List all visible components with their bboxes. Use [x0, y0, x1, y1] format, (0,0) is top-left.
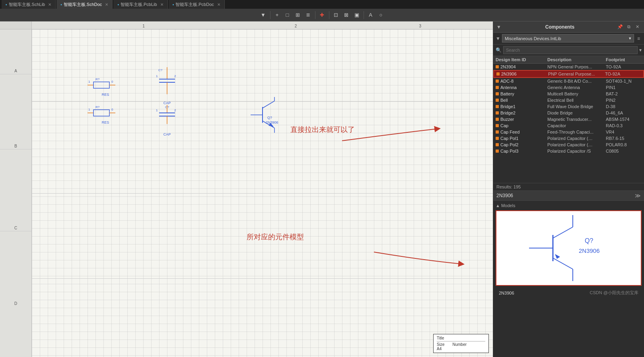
comp-row-bell[interactable]: Bell Electrical Bell PIN2: [493, 97, 644, 103]
svg-text:R?: R?: [95, 78, 100, 81]
row-label-a: A: [0, 69, 31, 74]
expand-btn[interactable]: ≫: [635, 192, 641, 199]
comp-row-antenna[interactable]: Antenna Generic Antenna PIN1: [493, 84, 644, 91]
models-header: ▲ Models: [496, 203, 642, 208]
comp-dot-9: [496, 124, 499, 127]
add-tool[interactable]: +: [272, 10, 282, 20]
panel-float-btn[interactable]: ⧉: [626, 24, 632, 30]
comp-desc-0: NPN General Purpos...: [547, 64, 606, 69]
cross2-tool[interactable]: ⊠: [342, 10, 351, 20]
comp-fp-11: RB7.6-15: [606, 136, 642, 141]
filter-tool[interactable]: ▼: [259, 10, 268, 20]
library-menu-btn[interactable]: ≡: [636, 35, 642, 42]
res-component-1: 1 0 R? RES: [88, 77, 123, 97]
models-preview: Q? 2N3906: [496, 210, 642, 286]
comp-row-cap[interactable]: Cap Capacitor RAD-0.3: [493, 122, 644, 129]
comp-desc-9: Capacitor: [547, 123, 606, 128]
main-area: 1 2 3 A B C D 1: [0, 21, 644, 357]
res1-label: RES: [88, 93, 123, 97]
tab-pcblib[interactable]: ▪ 智能车主板.PcbLib ✕: [113, 0, 167, 9]
comp-desc-3: Generic Antenna: [547, 85, 606, 90]
cross-tool[interactable]: ✚: [317, 10, 327, 20]
comp-row-adc-8[interactable]: ADC-8 Generic 8-Bit A/D Co... SOT403-1_N: [493, 78, 644, 84]
row-divider-cd: [32, 278, 493, 279]
comp-dot-11: [496, 137, 499, 140]
svg-text:1: 1: [88, 108, 90, 111]
ruler-left: A B C D: [0, 29, 32, 357]
svg-text:2N3906: 2N3906: [266, 120, 278, 124]
rect-tool[interactable]: □: [283, 10, 292, 20]
cap2-svg: 1 2: [155, 105, 179, 133]
transistor-component: Q? 2N3906: [251, 97, 290, 134]
comp-name-12: Cap Pol2: [496, 142, 547, 147]
search-input[interactable]: [503, 46, 638, 54]
comp-row-buzzer[interactable]: Buzzer Magnetic Transducer... ABSM-1574: [493, 116, 644, 122]
comp-name-4: Battery: [496, 91, 547, 96]
svg-text:0: 0: [111, 80, 113, 83]
component-list[interactable]: 2N3904 NPN General Purpos... TO-92A 2N39…: [493, 64, 644, 183]
cap1-svg: 1 2 C?: [155, 67, 179, 103]
comp-dot-8: [496, 118, 499, 121]
results-bar: Results: 195: [493, 183, 644, 191]
library-selector-row: ▼ Miscellaneous Devices.IntLib ▾ ≡: [493, 33, 644, 45]
comp-row-2n3904[interactable]: 2N3904 NPN General Purpos... TO-92A: [493, 64, 644, 70]
title-block-number: Number: [452, 342, 467, 351]
comp-row-bridge1[interactable]: Bridge1 Full Wave Diode Bridge D-38: [493, 103, 644, 110]
comp-row-bridge2[interactable]: Bridge2 Diode Bridge D-46_6A: [493, 110, 644, 116]
svg-line-27: [263, 101, 274, 108]
col-label-2: 2: [295, 24, 297, 28]
res1-svg: 1 0 R?: [88, 77, 123, 93]
title-block-details: Size A4 Number: [437, 342, 485, 351]
res-component-2: 1 0 R? RES: [88, 105, 123, 124]
line-tool[interactable]: ≡: [304, 10, 313, 20]
search-row: 🔍 ▾: [493, 45, 644, 56]
circle-tool[interactable]: ○: [376, 10, 386, 20]
res2-label: RES: [88, 120, 123, 124]
row-label-b: B: [0, 144, 31, 149]
comp-row-cap-pol2[interactable]: Cap Pol2 Polarized Capacitor (… POLAR0.8: [493, 142, 644, 148]
svg-text:Q?: Q?: [585, 237, 593, 244]
ruler-top: 1 2 3: [0, 21, 493, 29]
tab-pcbdoc[interactable]: ▪ 智能车主板.PcbDoc ✕: [169, 0, 225, 9]
comp-fp-9: RAD-0.3: [606, 123, 642, 128]
box-tool[interactable]: ⊡: [331, 10, 341, 20]
comp-fp-13: C0805: [606, 149, 642, 153]
comp-name-9: Cap: [496, 123, 547, 128]
library-dropdown[interactable]: Miscellaneous Devices.IntLib ▾: [502, 34, 634, 43]
comp-row-2n3906[interactable]: 2N3906 PNP General Purpose... TO-92A: [493, 70, 644, 78]
title-bar: ▪ 智能车主板.SchLib ✕ ▪ 智能车主板.SchDoc ✕ ▪ 智能车主…: [0, 0, 644, 9]
svg-text:1: 1: [156, 74, 158, 78]
comp-row-cap-pol3[interactable]: Cap Pol3 Polarized Capacitor /S C0805: [493, 148, 644, 154]
comp-fp-4: BAT-2: [606, 91, 642, 96]
tab-schlib[interactable]: ▪ 智能车主板.SchLib ✕: [2, 0, 56, 9]
filled-tool[interactable]: ▣: [352, 10, 362, 20]
search-dropdown-arrow[interactable]: ▾: [639, 47, 642, 53]
grid-tool[interactable]: ⊞: [293, 10, 303, 20]
comp-row-cap-feed[interactable]: Cap Feed Feed-Through Capaci... VR4: [493, 129, 644, 135]
comp-fp-10: VR4: [606, 130, 642, 134]
comp-desc-13: Polarized Capacitor /S: [547, 149, 606, 153]
panel-header: ▼ Components 📌 ⧉ ✕: [493, 21, 644, 33]
dropdown-arrow: ▾: [629, 36, 631, 41]
panel-controls: 📌 ⧉ ✕: [617, 24, 641, 30]
panel-pin-btn[interactable]: 📌: [617, 24, 623, 30]
svg-text:2: 2: [174, 109, 176, 112]
col-label-1: 1: [142, 24, 145, 28]
comp-desc-4: Multicell Battery: [547, 91, 606, 96]
svg-text:2: 2: [174, 74, 176, 78]
panel-close-btn[interactable]: ✕: [634, 24, 641, 30]
toolbar-sep-3: [329, 11, 329, 19]
text-tool[interactable]: A: [366, 10, 376, 20]
comp-row-battery[interactable]: Battery Multicell Battery BAT-2: [493, 91, 644, 97]
comp-row-cap-pol1[interactable]: Cap Pol1 Polarized Capacitor (… RB7.6-15: [493, 135, 644, 142]
row-label-d: D: [0, 301, 31, 306]
lib-filter-icon: ▼: [496, 36, 500, 41]
schematic-canvas[interactable]: 1 0 R? RES 1 0 R? RES: [32, 29, 493, 357]
svg-text:1: 1: [156, 109, 158, 112]
comp-dot-3: [496, 86, 499, 89]
comp-fp-12: POLAR0.8: [606, 142, 642, 147]
canvas-area[interactable]: 1 2 3 A B C D 1: [0, 21, 493, 357]
toolbar-sep-2: [315, 11, 315, 19]
cap-component-2: 1 2 CAP: [155, 105, 179, 136]
tab-schdoc[interactable]: ▪ 智能车主板.SchDoc ✕: [56, 0, 113, 9]
